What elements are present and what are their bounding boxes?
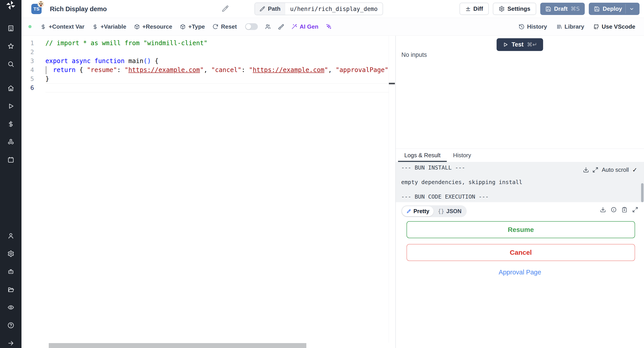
code-token (46, 66, 53, 74)
sidebar-item-schedules[interactable] (0, 151, 22, 169)
tab-history[interactable]: History (447, 149, 478, 162)
deploy-button[interactable]: Deploy (589, 3, 640, 15)
bracket-pair-guide (46, 66, 46, 74)
copy-result-button[interactable] (622, 207, 628, 213)
expand-logs-button[interactable] (592, 167, 598, 173)
sidebar-item-search[interactable] (0, 55, 22, 73)
sidebar-item-resources[interactable] (0, 133, 22, 151)
download-logs-button[interactable] (583, 167, 589, 173)
sidebar-item-runs[interactable] (0, 97, 22, 115)
use-vscode-button[interactable]: Use VScode (590, 18, 639, 35)
logs-scrollbar[interactable] (641, 183, 644, 202)
code-token: " (249, 66, 253, 74)
download-icon (600, 207, 606, 213)
tab-logs-result[interactable]: Logs & Result (398, 149, 447, 162)
toolbar-reset-button[interactable]: Reset (209, 18, 240, 35)
windmill-logo[interactable] (0, 0, 22, 10)
diff-button[interactable]: ± Diff (460, 3, 489, 15)
code-line[interactable]: 1// import * as wmill from "windmill-cli… (22, 39, 395, 48)
overview-ruler-mark (389, 83, 395, 84)
code-token: { (76, 66, 87, 74)
toolbar-variable-button[interactable]: +Variable (88, 18, 130, 35)
play-icon (8, 103, 14, 110)
paintbrush-icon (278, 24, 284, 30)
code-editor[interactable]: 1// import * as wmill from "windmill-cli… (22, 36, 395, 348)
test-button[interactable]: Test ⌘↵ (497, 38, 543, 51)
main-area: TS Rich Display demo Path u/henri/rich_d… (22, 0, 644, 348)
toolbar-type-button[interactable]: +Type (176, 18, 209, 35)
ai-gen-button[interactable]: AI Gen (287, 18, 322, 35)
diff-preview-toggle[interactable] (245, 23, 258, 30)
resume-button[interactable]: Resume (406, 221, 635, 238)
draft-button[interactable]: Draft ⌘S (540, 3, 585, 15)
approval-page-link[interactable]: Approval Page (396, 268, 644, 276)
horizontal-scrollbar[interactable] (49, 343, 306, 348)
download-result-button[interactable] (600, 207, 606, 213)
header-actions: ± Diff Settings Draft ⌘S Deploy (460, 3, 640, 15)
emoji-badge (38, 1, 44, 8)
toolbar-resource-button[interactable]: +Resource (130, 18, 176, 35)
code-line[interactable]: 4 return { "resume": "https://example.co… (22, 66, 395, 74)
result-info-button[interactable] (611, 207, 617, 213)
code-line[interactable]: 3export async function main() { (22, 56, 395, 66)
sidebar-item-favorites[interactable] (0, 37, 22, 55)
sidebar-item-settings[interactable] (0, 245, 22, 262)
line-number: 4 (22, 66, 34, 74)
code-line[interactable]: 5} (22, 74, 395, 84)
code-line[interactable]: 6 (22, 84, 395, 92)
inputs-section: Test ⌘↵ No inputs (396, 36, 644, 148)
sidebar-item-users[interactable] (0, 227, 22, 245)
home-icon (8, 85, 14, 92)
toolbar-context-var-label: +Context Var (49, 23, 84, 30)
eye-icon (8, 304, 14, 311)
sidebar-item-expand-sidebar[interactable] (0, 334, 22, 348)
ai-sparkles-button[interactable] (322, 18, 335, 35)
auto-scroll-checkbox[interactable]: ✓ (632, 166, 637, 173)
result-panel: Pretty {} JSON (396, 202, 644, 348)
edit-summary-button[interactable] (222, 5, 229, 12)
sidebar-item-workspace[interactable] (0, 19, 22, 37)
dollar-icon (40, 24, 46, 30)
code-token: " (200, 66, 204, 74)
sidebar-item-workers[interactable] (0, 262, 22, 280)
sidebar-item-variables[interactable] (0, 115, 22, 133)
toolbar-context-var-button[interactable]: +Context Var (36, 18, 88, 35)
code-token: return (53, 66, 76, 74)
line-number: 6 (22, 84, 34, 92)
settings-button[interactable]: Settings (493, 3, 536, 15)
auto-scroll-label: Auto scroll (602, 166, 629, 173)
path-label: Path (268, 5, 280, 12)
code-token: https://example.com (128, 66, 200, 74)
sidebar-item-help[interactable] (0, 316, 22, 334)
test-shortcut: ⌘↵ (527, 42, 537, 48)
sidebar-item-audit-logs[interactable] (0, 298, 22, 316)
deploy-button-label: Deploy (603, 5, 622, 12)
info-icon (611, 207, 617, 213)
history-button[interactable]: History (515, 18, 551, 35)
format-code-button[interactable] (274, 18, 287, 35)
toggle-knob (246, 24, 251, 29)
history-icon (518, 24, 524, 30)
expand-result-button[interactable] (632, 207, 638, 213)
path-control[interactable]: Path u/henri/rich_display_demo (254, 2, 383, 15)
boxes-icon (8, 138, 14, 145)
cancel-button[interactable]: Cancel (406, 244, 635, 261)
code-text (46, 48, 389, 56)
gear-icon (8, 250, 14, 257)
sparkles-icon (326, 24, 332, 30)
plus-minus-icon: ± (465, 5, 470, 12)
code-token: , (328, 66, 336, 74)
code-token: "approvalPage" (336, 66, 388, 74)
braces-icon: {} (438, 208, 444, 214)
code-text (46, 84, 389, 92)
code-line[interactable]: 2 (22, 48, 395, 56)
play-icon (503, 42, 508, 48)
sidebar-item-home[interactable] (0, 79, 22, 97)
chevron-down-icon[interactable] (629, 6, 634, 12)
multiplayer-button[interactable] (262, 18, 274, 35)
library-button[interactable]: Library (552, 18, 588, 35)
code-token: : (242, 66, 249, 74)
json-view-tab[interactable]: {} JSON (434, 206, 466, 216)
sidebar-item-folders[interactable] (0, 280, 22, 298)
pretty-view-tab[interactable]: Pretty (402, 206, 434, 216)
